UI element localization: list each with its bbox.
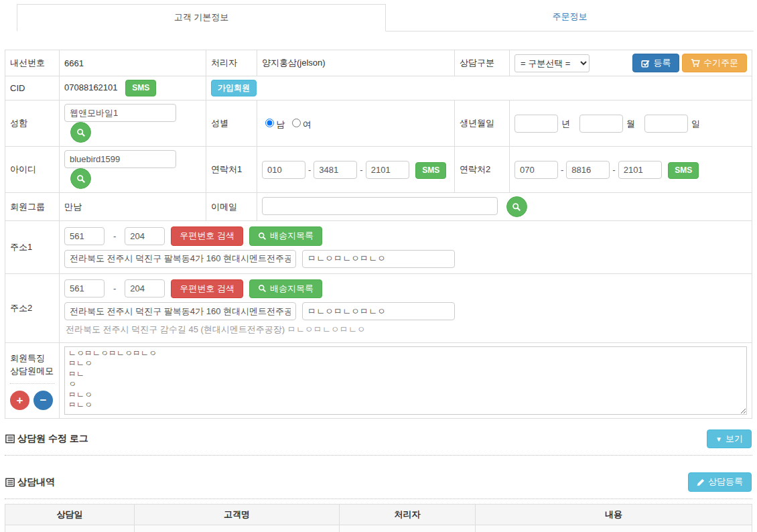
phone1-part2-input[interactable] [314,161,357,179]
gender-female-option[interactable]: 여 [289,119,312,129]
history-handler: 양지홍삼(jelson) [340,525,476,532]
day-suffix: 일 [691,119,700,129]
gender-male-option[interactable]: 남 [262,119,287,129]
history-content: ㅁㄴㅇㅁㄴㅇㅁㄴㅇㅁㅇㅁㄴㅇㅁㅇㅁㄴㅇ [476,525,752,532]
name-input[interactable] [64,104,176,122]
phone2-sms-button[interactable]: SMS [668,162,699,179]
phone1-part1-input[interactable] [262,161,305,179]
email-input[interactable] [262,197,498,215]
row-cid: CID 07088162101 SMS 가입회원 [5,76,752,101]
extension-value: 6661 [60,50,206,76]
edit-log-title: 상담원 수정 로그 [5,433,88,445]
caret-down-icon: ▼ [715,436,722,443]
phone2-part2-input[interactable] [566,161,610,179]
tab-bar: 고객 기본정보 주문정보 [17,4,754,31]
history-customer: 웹앤모바일1(bluebird1599) [135,525,340,532]
handler-label: 처리자 [206,50,257,76]
phone1-part3-input[interactable] [366,161,409,179]
list-icon [5,434,15,444]
col-header-content: 내용 [476,504,752,525]
name-label: 성함 [5,101,60,147]
row-memo: 회원특징 상담원메모 + − ㄴㅇㅁㄴㅇㅁㄴㅇㅁㄴㅇ ㅁㄴㅇ ㅁㄴ ㅇ ㅁㄴㅇ … [5,343,752,419]
manual-order-button[interactable]: 수기주문 [682,54,747,72]
month-suffix: 월 [626,119,635,129]
memo-textarea[interactable]: ㄴㅇㅁㄴㅇㅁㄴㅇㅁㄴㅇ ㅁㄴㅇ ㅁㄴ ㅇ ㅁㄴㅇ ㅁㄴㅇ [64,346,747,415]
delivery-list-button[interactable]: 배송지목록 [249,279,322,298]
address1-label: 주소1 [5,221,60,273]
handler-value: 양지홍삼(jelson) [257,50,455,76]
birth-month-input[interactable] [579,115,623,133]
tab-customer-info[interactable]: 고객 기본정보 [17,4,386,31]
consult-register-button[interactable]: 상담등록 [688,472,752,491]
cart-icon [691,58,700,68]
search-icon [258,284,267,293]
group-value: 만남 [60,193,206,221]
gender-male-radio[interactable] [265,119,274,127]
pencil-icon [697,478,705,486]
search-icon [76,174,86,184]
address1-zip2-input[interactable] [125,227,165,245]
zip-search-button[interactable]: 우편번호 검색 [171,279,243,298]
id-search-button[interactable] [70,168,91,189]
group-label: 회원그룹 [5,193,60,221]
check-square-icon [641,59,650,68]
road-address-note: 전라북도 전주시 덕진구 감수길 45 (현대시멘트전주공장) ㅁㄴㅇㅁㄴㅇㅁㄴ… [66,324,747,336]
row-name: 성함 성별 남 여 생년월일 [5,101,752,147]
customer-detail-page: 고객 기본정보 주문정보 내선번호 6661 처리자 양지홍삼(jelson) … [0,4,757,532]
gender-female-radio[interactable] [292,119,301,127]
history-date: 16.12.05 10:46 [5,525,135,532]
cid-label: CID [5,76,60,101]
address2-label: 주소2 [5,273,60,342]
edit-log-section-header: 상담원 수정 로그 ▼ 보기 [5,419,752,456]
address1-addr-input[interactable] [64,250,296,268]
cid-sms-button[interactable]: SMS [125,80,156,96]
delivery-list-button[interactable]: 배송지목록 [249,226,322,245]
main-content: 내선번호 6661 처리자 양지홍삼(jelson) 상담구분 = 구분선택 =… [5,50,752,532]
memo-label: 회원특징 상담원메모 [10,352,54,384]
phone1-label: 연락처1 [206,147,257,193]
search-icon [76,128,86,137]
gender-label: 성별 [206,101,257,147]
col-header-date: 상담일 [5,504,135,525]
email-search-button[interactable] [506,196,527,217]
memo-add-button[interactable]: + [10,391,29,410]
address2-addr-input[interactable] [64,302,296,320]
row-address2: 주소2 - 우편번호 검색 배송지목록 전라북도 전주시 덕진구 [5,273,752,342]
email-label: 이메일 [206,193,257,221]
history-row: 16.12.05 10:46 웹앤모바일1(bluebird1599) 양지홍삼… [5,525,752,532]
address2-zip1-input[interactable] [64,279,105,297]
view-log-button[interactable]: ▼ 보기 [707,429,752,448]
phone2-part1-input[interactable] [514,161,558,179]
phone1-sms-button[interactable]: SMS [415,162,446,179]
id-label: 아이디 [5,147,60,193]
id-input[interactable] [64,150,176,168]
birth-year-input[interactable] [514,115,558,133]
minus-icon: − [40,395,47,406]
birth-label: 생년월일 [455,101,510,147]
row-extension: 내선번호 6661 처리자 양지홍삼(jelson) 상담구분 = 구분선택 =… [5,50,752,76]
address1-detail-input[interactable] [302,250,455,268]
search-icon [258,232,267,241]
row-group-email: 회원그룹 만남 이메일 [5,193,752,221]
cid-value: 07088162101 [64,82,118,92]
year-suffix: 년 [561,119,570,129]
memo-remove-button[interactable]: − [33,391,53,410]
name-search-button[interactable] [70,122,91,143]
birth-day-input[interactable] [644,115,688,133]
row-address1: 주소1 - 우편번호 검색 배송지목록 [5,221,752,273]
address2-zip2-input[interactable] [125,279,165,297]
extension-label: 내선번호 [5,50,60,76]
address1-zip1-input[interactable] [64,227,105,245]
member-status-button[interactable]: 가입회원 [211,80,257,96]
history-title: 상담내역 [5,476,55,488]
register-button[interactable]: 등록 [632,54,679,72]
phone2-part3-input[interactable] [618,161,662,179]
history-table: 상담일 고객명 처리자 내용 16.12.05 10:46 웹앤모바일1(blu… [5,504,752,532]
consult-type-select[interactable]: = 구분선택 = [514,54,590,72]
address2-detail-input[interactable] [302,302,455,320]
list-icon [5,478,15,487]
customer-form-table: 내선번호 6661 처리자 양지홍삼(jelson) 상담구분 = 구분선택 =… [5,50,752,419]
zip-search-button[interactable]: 우편번호 검색 [171,226,243,245]
history-section-header: 상담내역 상담등록 [5,462,752,498]
tab-order-info[interactable]: 주문정보 [386,4,754,31]
